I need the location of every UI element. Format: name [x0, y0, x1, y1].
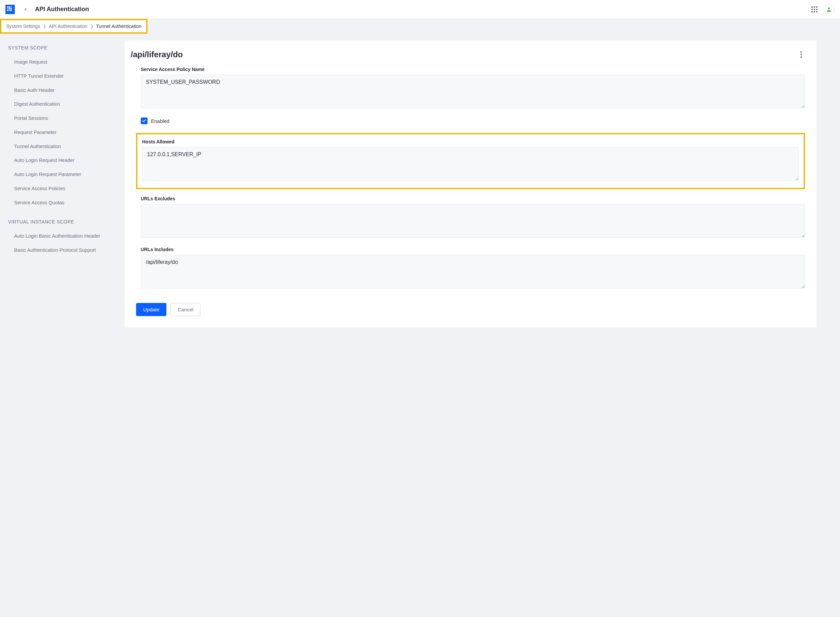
sidebar-item-auto-login-request-header[interactable]: Auto Login Request Header	[14, 154, 118, 168]
sidebar-item-service-access-policies[interactable]: Service Access Policies	[14, 182, 118, 196]
product-logo-icon[interactable]	[5, 5, 15, 14]
svg-rect-11	[816, 6, 818, 8]
svg-rect-9	[811, 6, 813, 8]
sidebar-item-digest-authentication[interactable]: Digest Authentication	[14, 97, 118, 111]
sidebar-item-portal-sessions[interactable]: Portal Sessions	[14, 111, 118, 125]
label-hosts-allowed: Hosts Allowed	[142, 139, 799, 145]
svg-rect-3	[7, 8, 9, 9]
sidebar-item-auto-login-request-parameter[interactable]: Auto Login Request Parameter	[14, 168, 118, 182]
breadcrumb-wrap: System Settings ❯ API Authentication ❯ T…	[0, 19, 840, 34]
panel-title: /api/liferay/do	[131, 50, 183, 59]
input-urls-excludes[interactable]	[141, 204, 805, 238]
svg-rect-10	[814, 6, 815, 8]
topbar-left: API Authentication	[5, 5, 810, 14]
checkbox-enabled[interactable]	[141, 118, 148, 124]
label-service-access-policy-name: Service Access Policy Name	[141, 66, 805, 72]
input-urls-includes[interactable]	[141, 255, 805, 288]
sidebar-item-request-parameter[interactable]: Request Parameter	[14, 125, 118, 140]
svg-rect-1	[9, 6, 10, 8]
breadcrumb-item[interactable]: System Settings	[6, 24, 40, 29]
field-enabled: Enabled	[136, 118, 805, 124]
kebab-menu-icon[interactable]	[797, 50, 805, 59]
svg-rect-12	[811, 9, 813, 10]
svg-point-20	[800, 54, 802, 55]
field-hosts-allowed-highlight: Hosts Allowed	[136, 133, 805, 189]
svg-rect-7	[9, 10, 10, 11]
svg-rect-4	[9, 8, 10, 9]
svg-rect-5	[10, 8, 12, 9]
scope-label: VIRTUAL INSTANCE SCOPE	[8, 219, 118, 224]
field-urls-excludes: URLs Excludes	[136, 196, 805, 239]
panel-form: Service Access Policy Name Enabled Hosts…	[131, 66, 805, 316]
field-service-access-policy-name: Service Access Policy Name	[136, 66, 805, 109]
sidebar-list-system: Image Request HTTP Tunnel Extender Basic…	[8, 55, 118, 210]
breadcrumb: System Settings ❯ API Authentication ❯ T…	[0, 19, 148, 34]
label-enabled: Enabled	[151, 118, 169, 124]
update-button[interactable]: Update	[136, 303, 166, 316]
sidebar-item-tunnel-authentication[interactable]: Tunnel Authentication	[14, 140, 118, 154]
field-urls-includes: URLs Includes	[136, 247, 805, 289]
label-urls-excludes: URLs Excludes	[141, 196, 805, 201]
svg-rect-16	[814, 11, 815, 12]
svg-rect-8	[10, 10, 12, 11]
breadcrumb-item[interactable]: API Authentication	[49, 24, 87, 29]
svg-rect-17	[816, 11, 818, 12]
breadcrumb-item-current: Tunnel Authentication	[96, 24, 142, 29]
back-icon[interactable]	[22, 6, 29, 13]
sidebar-item-http-tunnel-extender[interactable]: HTTP Tunnel Extender	[14, 69, 118, 84]
topbar: API Authentication	[0, 0, 840, 19]
svg-rect-2	[10, 6, 12, 8]
page-title: API Authentication	[35, 6, 89, 13]
svg-rect-14	[816, 9, 818, 10]
sidebar-item-image-request[interactable]: Image Request	[14, 55, 118, 69]
sidebar-item-basic-auth-header[interactable]: Basic Auth Header	[14, 84, 118, 97]
sidebar-list-virtual: Auto Login Basic Authentication Header B…	[8, 229, 118, 257]
user-avatar[interactable]	[823, 4, 835, 15]
chevron-right-icon: ❯	[43, 24, 46, 29]
svg-point-18	[828, 7, 830, 9]
label-urls-includes: URLs Includes	[141, 247, 805, 252]
scope-label: SYSTEM SCOPE	[8, 45, 118, 50]
svg-rect-6	[7, 10, 9, 11]
sidebar: SYSTEM SCOPE Image Request HTTP Tunnel E…	[0, 40, 125, 257]
svg-rect-15	[811, 11, 813, 12]
svg-point-21	[800, 56, 802, 58]
svg-rect-13	[814, 9, 815, 10]
apps-grid-icon[interactable]	[810, 5, 818, 13]
sidebar-item-basic-authentication-protocol-support[interactable]: Basic Authentication Protocol Support	[14, 244, 118, 257]
panel-head: /api/liferay/do	[131, 50, 805, 59]
sidebar-item-auto-login-basic-auth-header[interactable]: Auto Login Basic Authentication Header	[14, 229, 118, 244]
svg-point-19	[800, 51, 802, 53]
input-hosts-allowed[interactable]	[142, 147, 799, 181]
topbar-right	[810, 4, 835, 15]
svg-rect-0	[7, 6, 9, 8]
button-row: Update Cancel	[136, 303, 805, 316]
chevron-right-icon: ❯	[90, 24, 94, 29]
input-service-access-policy-name[interactable]	[141, 75, 805, 108]
content: SYSTEM SCOPE Image Request HTTP Tunnel E…	[0, 34, 840, 338]
sidebar-item-service-access-quotas[interactable]: Service Access Quotas	[14, 196, 118, 210]
cancel-button[interactable]: Cancel	[170, 303, 200, 316]
main-panel: /api/liferay/do Service Access Policy Na…	[125, 40, 816, 328]
